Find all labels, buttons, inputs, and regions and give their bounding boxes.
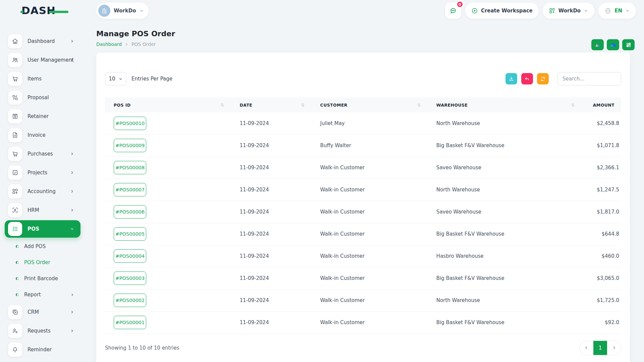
warehouse-cell: Big Basket F&V Warehouse <box>428 223 582 245</box>
refresh-button[interactable] <box>537 73 549 84</box>
amount-cell: $3,065.0 <box>581 267 621 289</box>
sidebar-item-reminder[interactable]: Reminder <box>0 340 80 359</box>
sidebar-item-user-management[interactable]: User Management <box>0 51 80 69</box>
export-button[interactable] <box>505 73 517 84</box>
table-row[interactable]: #POS00007 11-09-2024 Walk-in Customer No… <box>105 179 621 201</box>
cart-icon <box>8 147 22 161</box>
bullet-icon <box>16 245 19 248</box>
workspace-switcher[interactable]: WorkDo <box>96 3 149 19</box>
sort-icon[interactable]: ⇅ <box>301 103 305 108</box>
workspace-menu-label: WorkDo <box>558 8 581 14</box>
pos-id-badge[interactable]: #POS00009 <box>114 139 146 152</box>
warehouse-cell: Big Basket F&V Warehouse <box>428 134 582 157</box>
customer-cell: Walk-in Customer <box>312 267 428 289</box>
topbar: DASH WorkDo 0 Create Workspace WorkDo EN <box>0 0 644 21</box>
reset-button[interactable] <box>521 73 533 84</box>
column-header-amount[interactable]: AMOUNT <box>581 98 621 112</box>
sidebar-subitem-pos-order[interactable]: POS Order <box>0 254 80 270</box>
entries-per-page-select[interactable]: 10 <box>105 72 126 85</box>
onedrive-button[interactable] <box>607 39 619 50</box>
sidebar-item-requests[interactable]: Requests <box>0 321 80 340</box>
sidebar-item-purchases[interactable]: Purchases <box>0 144 80 163</box>
sidebar-item-accounting[interactable]: Accounting <box>0 182 80 201</box>
pos-id-badge[interactable]: #POS00004 <box>114 249 146 263</box>
search-input[interactable] <box>557 72 621 85</box>
chevron-right-icon <box>70 328 74 333</box>
sidebar-item-projects[interactable]: Projects <box>0 163 80 182</box>
plus-circle-icon <box>471 7 478 14</box>
create-workspace-button[interactable]: Create Workspace <box>465 3 539 19</box>
breadcrumb-dashboard-link[interactable]: Dashboard <box>96 42 122 47</box>
warehouse-cell: North Warehouse <box>428 112 582 134</box>
sidebar-subitem-print-barcode[interactable]: Print Barcode <box>0 270 80 287</box>
table-row[interactable]: #POS00006 11-09-2024 Walk-in Customer Sa… <box>105 201 621 223</box>
amount-cell: $1,817.0 <box>581 201 621 223</box>
date-cell: 11-09-2024 <box>231 223 312 245</box>
sidebar-item-items[interactable]: Items <box>0 69 80 88</box>
table-row[interactable]: #POS00009 11-09-2024 Buffy Walter Big Ba… <box>105 134 621 157</box>
warehouse-cell: Hasbro Warehouse <box>428 245 582 267</box>
table-row[interactable]: #POS00001 11-09-2024 Walk-in Customer Bi… <box>105 311 621 334</box>
page-title: Manage POS Order <box>96 29 630 38</box>
sidebar-item-proposal[interactable]: Proposal <box>0 88 80 107</box>
column-header-pos-id[interactable]: POS ID⇅ <box>105 98 231 112</box>
table-row[interactable]: #POS00003 11-09-2024 Walk-in Customer Bi… <box>105 267 621 289</box>
pos-id-cell: #POS00001 <box>105 311 231 334</box>
customer-cell: Walk-in Customer <box>312 311 428 334</box>
chevron-right-icon <box>125 43 128 46</box>
customer-cell: Walk-in Customer <box>312 157 428 179</box>
table-row[interactable]: #POS00004 11-09-2024 Walk-in Customer Ha… <box>105 245 621 267</box>
pos-id-cell: #POS00010 <box>105 112 231 134</box>
sidebar-item-retainer[interactable]: Retainer <box>0 107 80 126</box>
pos-id-badge[interactable]: #POS00006 <box>114 205 146 219</box>
table-row[interactable]: #POS00008 11-09-2024 Walk-in Customer Sa… <box>105 157 621 179</box>
next-page-button[interactable] <box>607 341 621 355</box>
table-row[interactable]: #POS00005 11-09-2024 Walk-in Customer Bi… <box>105 223 621 245</box>
workspace-menu[interactable]: WorkDo <box>543 3 594 19</box>
sidebar-item-hrm[interactable]: HRM <box>0 201 80 220</box>
language-selector[interactable]: EN <box>598 3 636 19</box>
current-page[interactable]: 1 <box>593 341 607 355</box>
date-cell: 11-09-2024 <box>231 289 312 311</box>
column-header-date[interactable]: DATE⇅ <box>231 98 312 112</box>
google-drive-button[interactable] <box>591 39 604 50</box>
sidebar-item-pos[interactable]: POS <box>5 220 80 238</box>
sort-icon[interactable]: ⇅ <box>220 103 224 108</box>
warehouse-cell: Saveo Warehouse <box>428 201 582 223</box>
dash-logo[interactable]: DASH <box>21 4 72 17</box>
sidebar-item-invoice[interactable]: Invoice <box>0 126 80 144</box>
previous-page-button[interactable] <box>580 341 593 355</box>
amount-cell: $460.0 <box>581 245 621 267</box>
floppy-icon <box>8 109 22 123</box>
pos-id-badge[interactable]: #POS00008 <box>114 161 146 174</box>
amount-cell: $2,458.8 <box>581 112 621 134</box>
table-row[interactable]: #POS00010 11-09-2024 Juliet May North Wa… <box>105 112 621 134</box>
sidebar-subitem-report[interactable]: Report <box>0 287 80 303</box>
sort-icon[interactable]: ⇅ <box>571 103 575 108</box>
pos-dots-icon <box>8 222 22 236</box>
pos-id-badge[interactable]: #POS00002 <box>114 294 146 307</box>
column-header-warehouse[interactable]: WAREHOUSE⇅ <box>428 98 582 112</box>
pos-id-badge[interactable]: #POS00007 <box>114 183 146 196</box>
pos-id-badge[interactable]: #POS00005 <box>114 227 146 241</box>
warehouse-cell: North Warehouse <box>428 289 582 311</box>
column-header-customer[interactable]: CUSTOMER⇅ <box>312 98 428 112</box>
checkbox-icon <box>8 166 22 180</box>
sidebar-item-dashboard[interactable]: Dashboard <box>0 32 80 51</box>
pos-id-badge[interactable]: #POS00010 <box>114 117 146 130</box>
table-row[interactable]: #POS00002 11-09-2024 Walk-in Customer No… <box>105 289 621 311</box>
cart-icon <box>8 72 22 86</box>
sidebar-subitem-add-pos[interactable]: Add POS <box>0 238 80 254</box>
amount-cell: $1,071.8 <box>581 134 621 157</box>
amount-cell: $2,366.1 <box>581 157 621 179</box>
pos-id-badge[interactable]: #POS00001 <box>114 316 146 329</box>
chevron-right-icon <box>70 310 74 314</box>
customer-cell: Walk-in Customer <box>312 223 428 245</box>
sidebar-item-crm[interactable]: CRM <box>0 303 80 321</box>
customer-cell: Walk-in Customer <box>312 179 428 201</box>
sort-icon[interactable]: ⇅ <box>417 103 421 108</box>
entries-summary: Showing 1 to 10 of 10 entries <box>105 345 179 351</box>
messages-button[interactable]: 0 <box>445 3 461 19</box>
pos-id-badge[interactable]: #POS00003 <box>114 272 146 285</box>
grid-view-button[interactable] <box>622 39 635 50</box>
